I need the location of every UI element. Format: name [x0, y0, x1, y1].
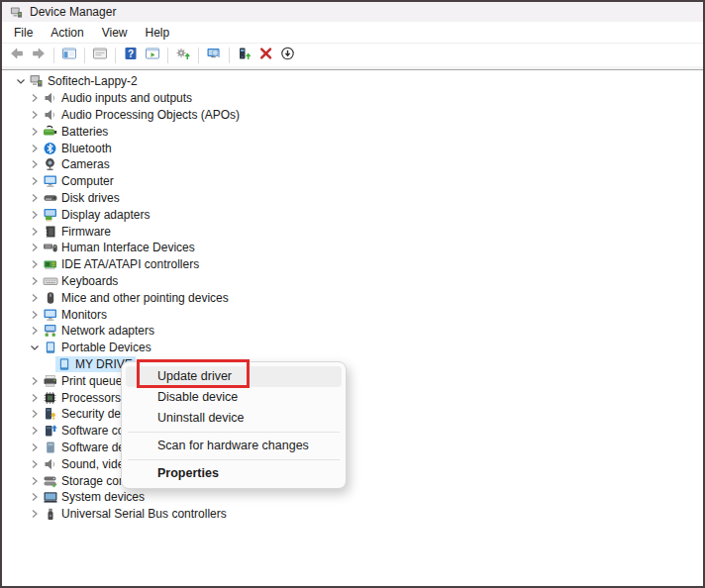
chevron-right-icon[interactable] — [28, 91, 42, 105]
chevron-right-icon[interactable] — [28, 291, 42, 305]
keyboard-icon — [43, 274, 58, 288]
tree-row-audio-processing-objects-apos[interactable]: Audio Processing Objects (APOs) — [2, 107, 703, 124]
chevron-right-icon[interactable] — [28, 142, 42, 155]
tree-row-disk-drives[interactable]: Disk drives — [2, 190, 703, 207]
chevron-right-icon[interactable] — [28, 391, 42, 405]
chevron-right-icon[interactable] — [28, 125, 42, 139]
menu-help[interactable]: Help — [137, 23, 179, 43]
chevron-right-icon[interactable] — [28, 174, 42, 188]
properties-button[interactable] — [89, 45, 111, 65]
chevron-right-icon[interactable] — [28, 274, 42, 288]
context-menu-item-disable-device[interactable]: Disable device — [126, 387, 342, 408]
tree-row-sofitech-lappy-2[interactable]: Sofitech-Lappy-2 — [2, 73, 703, 90]
scan-hardware-button[interactable] — [203, 45, 225, 65]
hid-icon — [43, 241, 58, 254]
chevron-right-icon[interactable] — [28, 208, 42, 222]
tree-row-bluetooth[interactable]: Bluetooth — [2, 140, 703, 156]
back-button[interactable] — [6, 45, 28, 65]
toolbar-separator — [229, 48, 230, 63]
chevron-right-icon[interactable] — [28, 225, 42, 239]
tree-row-software-components[interactable]: Software components — [2, 423, 703, 440]
forward-button[interactable] — [28, 45, 50, 65]
chevron-right-icon[interactable] — [28, 324, 42, 338]
chevron-right-icon[interactable] — [28, 108, 42, 122]
tree-row-cameras[interactable]: Cameras — [2, 156, 703, 173]
show-console-tree-button[interactable] — [58, 45, 80, 65]
tree-row-universal-serial-bus-controllers[interactable]: Universal Serial Bus controllers — [2, 506, 703, 523]
chevron-right-icon[interactable] — [28, 457, 42, 471]
console-tree-icon — [61, 47, 77, 63]
chevron-spacer — [42, 357, 55, 371]
menu-action[interactable]: Action — [42, 23, 92, 43]
tree-row-security-devices[interactable]: Security devices — [2, 406, 703, 423]
chevron-right-icon[interactable] — [28, 490, 42, 504]
menu-view[interactable]: View — [93, 23, 137, 43]
speaker-icon — [43, 108, 58, 122]
tree-item: Audio Processing Objects (APOs) — [42, 107, 243, 123]
tree-item: Human Interface Devices — [42, 240, 198, 255]
tree-item: Bluetooth — [42, 141, 115, 156]
ide-controller-icon — [43, 257, 58, 271]
chevron-right-icon[interactable] — [28, 407, 42, 421]
chevron-right-icon[interactable] — [28, 474, 42, 488]
chevron-right-icon[interactable] — [28, 424, 42, 438]
tree-item: Portable Devices — [42, 340, 154, 355]
tree-row-software-devices[interactable]: Software devices — [2, 440, 703, 456]
chevron-right-icon[interactable] — [28, 241, 42, 254]
chevron-down-icon[interactable] — [14, 74, 28, 88]
tree-item-label: Bluetooth — [61, 142, 112, 155]
chevron-right-icon[interactable] — [28, 308, 42, 322]
tree-row-human-interface-devices[interactable]: Human Interface Devices — [2, 240, 703, 256]
tree-item: Batteries — [42, 124, 111, 140]
tree-item-label: Batteries — [61, 125, 108, 139]
menu-file[interactable]: File — [5, 23, 42, 43]
tree-item-label: Cameras — [61, 157, 110, 171]
usb-icon — [43, 507, 58, 521]
back-arrow-icon — [9, 47, 25, 63]
update-driver-button[interactable] — [172, 45, 194, 65]
tree-row-my-drive[interactable]: MY DRIVE — [2, 356, 703, 373]
context-menu-item-scan-for-hardware-changes[interactable]: Scan for hardware changes — [126, 436, 342, 456]
tree-row-portable-devices[interactable]: Portable Devices — [2, 340, 703, 356]
tree-item-label: Display adapters — [61, 208, 150, 222]
tree-row-display-adapters[interactable]: Display adapters — [2, 206, 703, 223]
help-button[interactable]: ? — [120, 45, 142, 65]
tree-row-batteries[interactable]: Batteries — [2, 123, 703, 140]
chevron-right-icon[interactable] — [28, 507, 42, 521]
tree-row-processors[interactable]: Processors — [2, 389, 703, 406]
context-menu-item-properties[interactable]: Properties — [126, 463, 342, 484]
tree-row-firmware[interactable]: Firmware — [2, 223, 703, 240]
chevron-right-icon[interactable] — [28, 157, 42, 171]
tree-row-print-queues[interactable]: Print queues — [2, 372, 703, 389]
svg-text:?: ? — [128, 49, 134, 59]
chevron-down-icon[interactable] — [28, 341, 42, 354]
uninstall-device-button[interactable] — [255, 45, 277, 65]
tree-row-mice-and-other-pointing-devices[interactable]: Mice and other pointing devices — [2, 289, 703, 306]
chevron-right-icon[interactable] — [28, 374, 42, 388]
tree-row-system-devices[interactable]: System devices — [2, 489, 703, 506]
tree-row-computer[interactable]: Computer — [2, 173, 703, 190]
tree-row-audio-inputs-and-outputs[interactable]: Audio inputs and outputs — [2, 90, 703, 107]
tree-row-network-adapters[interactable]: Network adapters — [2, 323, 703, 340]
tree-item-label: Audio Processing Objects (APOs) — [61, 108, 240, 122]
gear-up-arrow-icon — [175, 47, 191, 63]
tree-row-sound-video-and-game-controllers[interactable]: Sound, video and game controllers — [2, 455, 703, 472]
disable-device-button[interactable] — [277, 45, 299, 65]
tree-item: Disk drives — [42, 190, 123, 206]
tree-item: Sofitech-Lappy-2 — [28, 73, 141, 89]
tree-row-storage-controllers[interactable]: Storage controllers — [2, 472, 703, 489]
chevron-right-icon[interactable] — [28, 257, 42, 271]
forward-arrow-icon — [31, 47, 47, 63]
action-pane-button[interactable] — [142, 45, 163, 65]
chevron-right-icon[interactable] — [28, 441, 42, 454]
camera-icon — [43, 157, 58, 171]
tree-row-monitors[interactable]: Monitors — [2, 306, 703, 323]
processor-icon — [43, 391, 58, 405]
chevron-right-icon[interactable] — [28, 191, 42, 205]
tree-row-keyboards[interactable]: Keyboards — [2, 273, 703, 290]
portable-device-icon — [43, 341, 58, 354]
tree-row-ide-ata-atapi-controllers[interactable]: IDE ATA/ATAPI controllers — [2, 256, 703, 273]
update-device-button[interactable] — [234, 45, 255, 65]
context-menu-item-update-driver[interactable]: Update driver — [126, 366, 342, 387]
context-menu-item-uninstall-device[interactable]: Uninstall device — [126, 408, 342, 429]
